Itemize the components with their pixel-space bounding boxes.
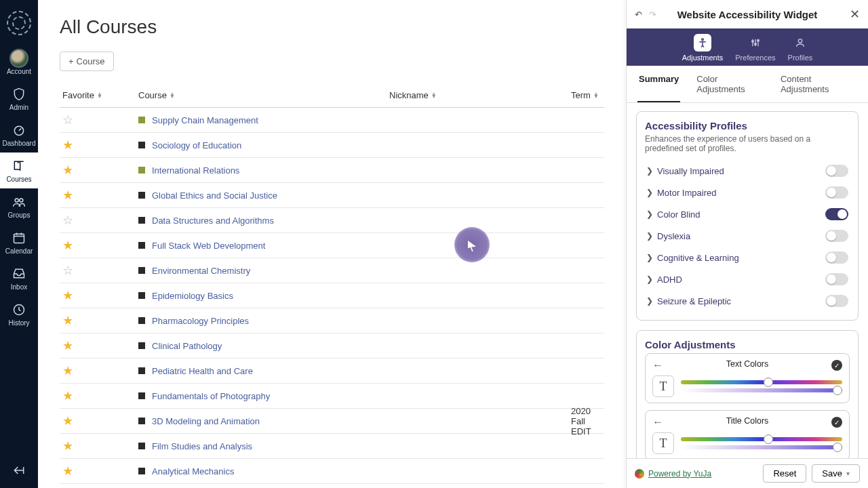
course-link[interactable]: Data Structures and Algorithms bbox=[152, 216, 274, 226]
tab-summary[interactable]: Summary bbox=[637, 66, 680, 102]
redo-icon[interactable]: ↷ bbox=[649, 9, 656, 20]
nav-dashboard[interactable]: Dashboard bbox=[0, 117, 38, 152]
favorite-star[interactable]: ☆ bbox=[62, 214, 73, 227]
tab-content-adjustments[interactable]: Content Adjustments bbox=[779, 66, 857, 102]
favorite-star[interactable]: ☆ bbox=[62, 113, 73, 127]
favorite-star[interactable]: ★ bbox=[62, 414, 73, 428]
course-link[interactable]: Epidemiology Basics bbox=[152, 291, 233, 301]
lightness-slider[interactable] bbox=[681, 445, 842, 449]
chevron-right-icon[interactable]: ❯ bbox=[646, 188, 653, 197]
profile-toggle[interactable] bbox=[825, 251, 848, 264]
favorite-star[interactable]: ★ bbox=[62, 339, 73, 352]
nav-account[interactable]: Account bbox=[0, 43, 38, 81]
chevron-right-icon[interactable]: ❯ bbox=[646, 296, 653, 306]
favorite-star[interactable]: ★ bbox=[62, 163, 73, 177]
color-title: Color Adjustments bbox=[645, 339, 850, 350]
profile-name[interactable]: Seizure & Epileptic bbox=[657, 296, 825, 306]
main-content: All Courses + Course Favorite▲▼ Course▲▼… bbox=[38, 0, 626, 488]
nav-calendar[interactable]: Calendar bbox=[0, 224, 38, 260]
sliders-icon bbox=[747, 34, 764, 52]
favorite-star[interactable]: ☆ bbox=[62, 264, 73, 277]
undo-icon[interactable]: ↶ bbox=[635, 9, 642, 20]
tab-color-adjustments[interactable]: Color Adjustments bbox=[695, 66, 764, 102]
favorite-star[interactable]: ★ bbox=[62, 314, 73, 327]
slider-handle[interactable] bbox=[764, 378, 773, 387]
course-link[interactable]: Supply Chain Management bbox=[152, 115, 258, 125]
profile-toggle[interactable] bbox=[825, 208, 848, 220]
chevron-right-icon[interactable]: ❯ bbox=[646, 209, 653, 219]
powered-by-link[interactable]: Powered by YuJa bbox=[635, 469, 711, 479]
course-link[interactable]: Pharmacology Principles bbox=[152, 316, 249, 326]
tab-adjustments[interactable]: Adjustments bbox=[682, 34, 724, 62]
widget-body[interactable]: Accessibility Profiles Enhances the expe… bbox=[627, 103, 868, 458]
course-link[interactable]: Film Studies and Analysis bbox=[152, 441, 252, 451]
check-icon[interactable]: ✓ bbox=[831, 360, 842, 371]
app-logo[interactable] bbox=[7, 11, 31, 35]
course-link[interactable]: International Relations bbox=[152, 165, 239, 176]
favorite-star[interactable]: ★ bbox=[62, 289, 73, 302]
profile-row: ❯Color Blind bbox=[645, 203, 850, 225]
th-favorite[interactable]: Favorite▲▼ bbox=[62, 90, 138, 100]
color-square-icon bbox=[138, 392, 145, 399]
profile-name[interactable]: Visually Impaired bbox=[657, 166, 825, 176]
chevron-right-icon[interactable]: ❯ bbox=[646, 253, 653, 262]
check-icon[interactable]: ✓ bbox=[831, 417, 842, 428]
back-icon[interactable]: ← bbox=[652, 416, 663, 428]
profile-name[interactable]: ADHD bbox=[657, 274, 825, 285]
save-button[interactable]: Save ▾ bbox=[812, 464, 860, 483]
profile-name[interactable]: Dyslexia bbox=[657, 231, 825, 241]
course-link[interactable]: Pediatric Health and Care bbox=[152, 366, 253, 376]
course-link[interactable]: Sociology of Education bbox=[152, 140, 241, 150]
nav-admin[interactable]: Admin bbox=[0, 81, 38, 117]
th-nickname[interactable]: Nickname▲▼ bbox=[389, 90, 571, 100]
favorite-star[interactable]: ★ bbox=[62, 389, 73, 403]
chevron-right-icon[interactable]: ❯ bbox=[646, 231, 653, 241]
course-link[interactable]: Environmental Chemistry bbox=[152, 266, 250, 276]
add-course-button[interactable]: + Course bbox=[60, 52, 114, 71]
reset-button[interactable]: Reset bbox=[763, 464, 806, 483]
profile-toggle[interactable] bbox=[825, 230, 848, 242]
nav-collapse[interactable] bbox=[12, 464, 26, 480]
th-course[interactable]: Course▲▼ bbox=[138, 90, 389, 100]
nav-groups[interactable]: Groups bbox=[0, 188, 38, 224]
th-term[interactable]: Term▲▼ bbox=[571, 90, 601, 100]
favorite-star[interactable]: ★ bbox=[62, 364, 73, 378]
nav-courses[interactable]: Courses bbox=[0, 152, 38, 188]
tab-profiles[interactable]: Profiles bbox=[788, 34, 813, 62]
favorite-star[interactable]: ★ bbox=[62, 138, 73, 152]
slider-handle[interactable] bbox=[833, 443, 842, 452]
profile-toggle[interactable] bbox=[825, 273, 848, 285]
favorite-star[interactable]: ★ bbox=[62, 239, 73, 252]
chevron-right-icon[interactable]: ❯ bbox=[646, 166, 653, 176]
favorite-star[interactable]: ★ bbox=[62, 464, 73, 478]
nav-inbox[interactable]: Inbox bbox=[0, 260, 38, 296]
nav-label: Account bbox=[7, 68, 31, 75]
hue-slider[interactable] bbox=[681, 380, 842, 384]
slider-handle[interactable] bbox=[833, 386, 842, 395]
profile-name[interactable]: Cognitive & Learning bbox=[657, 253, 825, 263]
favorite-star[interactable]: ★ bbox=[62, 439, 73, 453]
chevron-right-icon[interactable]: ❯ bbox=[646, 274, 653, 284]
profile-toggle[interactable] bbox=[825, 165, 848, 177]
profile-row: ❯Dyslexia bbox=[645, 225, 850, 247]
hue-slider[interactable] bbox=[681, 437, 842, 441]
slider-handle[interactable] bbox=[764, 434, 773, 444]
course-link[interactable]: Fundamentals of Photography bbox=[152, 391, 270, 401]
nav-history[interactable]: History bbox=[0, 296, 38, 332]
close-icon[interactable]: ✕ bbox=[850, 7, 860, 22]
profile-toggle[interactable] bbox=[825, 186, 848, 199]
course-link[interactable]: Analytical Mechanics bbox=[152, 466, 234, 476]
course-link[interactable]: Full Stack Web Development bbox=[152, 241, 265, 251]
back-icon[interactable]: ← bbox=[652, 359, 663, 371]
lightness-slider[interactable] bbox=[681, 388, 842, 392]
color-square-icon bbox=[138, 317, 145, 324]
tab-preferences[interactable]: Preferences bbox=[735, 34, 775, 62]
course-link[interactable]: 3D Modeling and Animation bbox=[152, 416, 260, 426]
favorite-star[interactable]: ★ bbox=[62, 188, 73, 202]
profile-toggle[interactable] bbox=[825, 295, 848, 307]
profile-name[interactable]: Motor Impaired bbox=[657, 188, 825, 198]
course-link[interactable]: Clinical Pathology bbox=[152, 341, 222, 351]
course-link[interactable]: Global Ethics and Social Justice bbox=[152, 190, 277, 201]
profile-name[interactable]: Color Blind bbox=[657, 209, 825, 220]
term-cell: 2020 Fall EDIT bbox=[571, 406, 601, 436]
